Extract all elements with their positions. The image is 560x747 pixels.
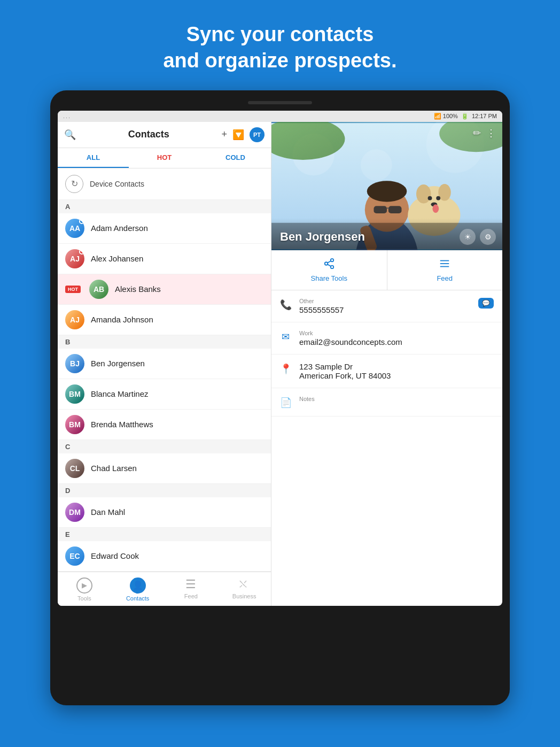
- contact-name: Chad Larsen: [91, 464, 137, 473]
- avatar-initials: AB: [89, 280, 108, 299]
- location-icon: 📍: [280, 363, 291, 375]
- search-button[interactable]: 🔍: [64, 129, 76, 141]
- tablet-screen: ... 📶 100% 🔋 12:17 PM 🔍 Contacts + 🔽 PT: [58, 111, 502, 606]
- phone-label: Other: [299, 298, 470, 304]
- list-item[interactable]: BJ Ben Jorgensen: [58, 349, 271, 379]
- email-label: Work: [299, 330, 494, 336]
- nav-business-label: Business: [232, 593, 256, 599]
- contact-name: Ben Jorgensen: [91, 359, 145, 368]
- tab-hot[interactable]: HOT: [129, 148, 200, 168]
- share-tools-button[interactable]: Share Tools: [271, 250, 387, 290]
- svg-point-14: [416, 184, 431, 203]
- sun-icon[interactable]: ☀: [460, 229, 476, 245]
- svg-point-23: [325, 262, 328, 265]
- list-item[interactable]: AA Adam Anderson: [58, 213, 271, 244]
- share-tools-label: Share Tools: [311, 274, 347, 282]
- avatar: AJ: [65, 249, 84, 268]
- tools-row: Share Tools Feed: [271, 250, 502, 290]
- edit-contact-button[interactable]: ✏: [473, 127, 481, 139]
- tab-cold[interactable]: COLD: [200, 148, 271, 168]
- contact-name: Dan Mahl: [91, 507, 125, 517]
- message-button[interactable]: 💬: [478, 298, 494, 309]
- contact-name: Alexis Banks: [115, 284, 161, 294]
- screen-content: 🔍 Contacts + 🔽 PT ALL HOT COLD ↻: [58, 122, 502, 606]
- hero-action-icons: ☀ ⚙: [460, 229, 496, 245]
- contact-name: Edward Cook: [91, 551, 139, 560]
- section-header-b: B: [58, 335, 271, 349]
- section-header-c: C: [58, 440, 271, 453]
- avatar-initials: AJ: [65, 310, 84, 329]
- status-badge: [79, 219, 84, 224]
- add-contact-button[interactable]: +: [221, 129, 227, 140]
- tabs-row: ALL HOT COLD: [58, 148, 271, 168]
- sort-button[interactable]: 🔽: [232, 129, 244, 141]
- hero-top-icons: ✏ ⋮: [473, 127, 496, 139]
- address-line1: 123 Sample Dr: [299, 362, 494, 371]
- user-avatar[interactable]: PT: [250, 127, 265, 142]
- tab-all[interactable]: ALL: [58, 148, 129, 168]
- nav-tools[interactable]: ▶ Tools: [58, 572, 111, 606]
- time-display: 12:17 PM: [472, 113, 497, 119]
- more-options-button[interactable]: ⋮: [486, 127, 496, 139]
- battery-icon: 🔋: [461, 113, 469, 120]
- email-row: ✉ Work email2@soundconcepts.com: [271, 322, 502, 355]
- right-panel: ✏ ⋮ Ben Jorgensen ☀ ⚙: [271, 122, 502, 606]
- avatar: AJ: [65, 310, 84, 329]
- contact-name: Adam Anderson: [91, 224, 148, 233]
- phone-value: 5555555557: [299, 305, 470, 314]
- settings-icon[interactable]: ⚙: [480, 229, 496, 245]
- contact-name: Blanca Martinez: [91, 389, 149, 398]
- svg-point-16: [428, 196, 432, 200]
- header-icons: + 🔽 PT: [221, 127, 265, 142]
- svg-rect-9: [388, 206, 402, 213]
- notes-content: Notes: [299, 396, 494, 403]
- business-icon: ⛌: [238, 577, 250, 591]
- status-badge: [79, 249, 84, 255]
- svg-point-3: [361, 149, 392, 181]
- notes-icon: 📄: [280, 397, 291, 409]
- hot-badge: HOT: [65, 286, 81, 293]
- avatar-initials: BM: [65, 384, 84, 404]
- nav-business[interactable]: ⛌ Business: [217, 572, 271, 606]
- contacts-title: Contacts: [80, 129, 217, 140]
- address-content: 123 Sample Dr American Fork, UT 84003: [299, 362, 494, 380]
- list-item[interactable]: HOT AB Alexis Banks: [58, 274, 271, 305]
- svg-point-22: [331, 259, 334, 262]
- list-item[interactable]: BM Brenda Matthews: [58, 410, 271, 440]
- contact-name: Brenda Matthews: [91, 420, 153, 429]
- svg-line-25: [328, 264, 331, 266]
- notes-label: Notes: [299, 396, 494, 402]
- avatar-initials: EC: [65, 546, 84, 566]
- svg-point-19: [432, 204, 439, 213]
- feed-icon: ☰: [185, 577, 196, 591]
- nav-tools-label: Tools: [77, 595, 91, 602]
- avatar-initials: CL: [65, 459, 84, 478]
- list-item[interactable]: DM Dan Mahl: [58, 497, 271, 528]
- tools-icon: ▶: [76, 577, 92, 594]
- feed-icon: [439, 258, 450, 272]
- list-item[interactable]: EC Edward Cook: [58, 541, 271, 572]
- list-item[interactable]: CL Chad Larsen: [58, 453, 271, 484]
- feed-button[interactable]: Feed: [387, 250, 503, 290]
- list-item[interactable]: AJ Alex Johansen: [58, 244, 271, 274]
- list-item[interactable]: AJ Amanda Johnson: [58, 305, 271, 335]
- list-item[interactable]: BM Blanca Martinez: [58, 379, 271, 410]
- nav-contacts-label: Contacts: [126, 595, 149, 602]
- contact-hero: ✏ ⋮ Ben Jorgensen ☀ ⚙: [271, 122, 502, 250]
- contact-name: Amanda Johnson: [91, 315, 153, 324]
- hero-section: Sync your contacts and organize prospect…: [152, 0, 407, 90]
- avatar: BM: [65, 415, 84, 434]
- phone-content: Other 5555555557: [299, 298, 470, 314]
- contacts-icon: 👤: [130, 577, 146, 594]
- address-row: 📍 123 Sample Dr American Fork, UT 84003: [271, 355, 502, 388]
- feed-label: Feed: [437, 274, 453, 282]
- avatar: BM: [65, 384, 84, 404]
- nav-contacts[interactable]: 👤 Contacts: [111, 572, 165, 606]
- sync-icon: ↻: [65, 175, 83, 193]
- tablet-frame: ... 📶 100% 🔋 12:17 PM 🔍 Contacts + 🔽 PT: [50, 90, 510, 705]
- svg-rect-8: [374, 206, 387, 213]
- share-icon: [323, 258, 335, 272]
- tablet-speaker: [248, 101, 312, 104]
- nav-feed[interactable]: ☰ Feed: [165, 572, 218, 606]
- device-contacts-row[interactable]: ↻ Device Contacts: [58, 168, 271, 200]
